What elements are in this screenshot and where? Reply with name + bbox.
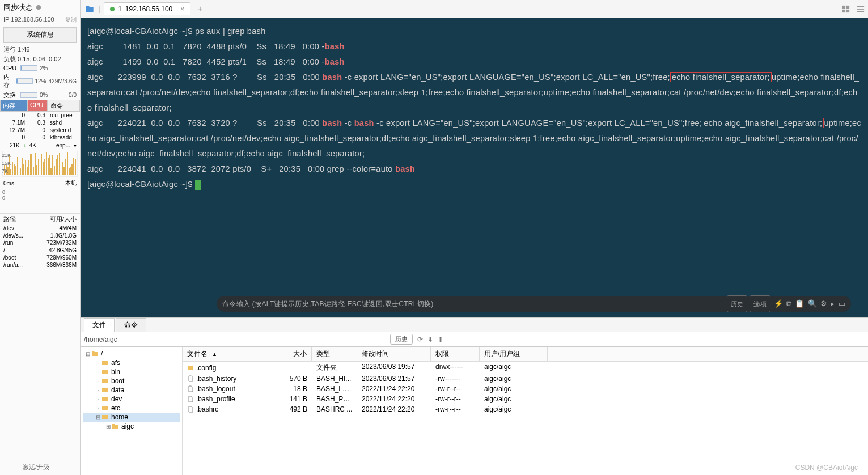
file-row[interactable]: .bashrc492 BBASHRC ...2022/11/24 22:20-r… <box>183 404 868 414</box>
tree-item[interactable]: ·bin <box>83 367 180 376</box>
svg-rect-2 <box>842 9 845 12</box>
svg-rect-6 <box>857 11 864 12</box>
list-view-icon[interactable] <box>857 5 865 13</box>
fullscreen-icon[interactable]: ▭ <box>839 296 845 311</box>
sort-asc-icon: ▲ <box>212 351 217 357</box>
file-area: ⊟/·afs·bin·boot·data·dev·etc⊟home⊞aigc 文… <box>81 347 868 475</box>
current-path[interactable]: /home/aigc <box>84 336 390 343</box>
folder-icon[interactable] <box>84 5 95 14</box>
highlight-box-2: echo aigc_finalshell_separator; <box>702 118 824 128</box>
process-row[interactable]: 7.1M0.3sshd <box>0 119 80 126</box>
disk-row[interactable]: /dev/s...1.8G/1.8G <box>0 232 80 239</box>
tab-files[interactable]: 文件 <box>84 318 115 332</box>
terminal[interactable]: [aigc@local-CBAiotAigc ~]$ ps aux | grep… <box>81 18 868 317</box>
status-dot-icon <box>110 7 115 11</box>
file-list[interactable]: 文件名▲ 大小 类型 修改时间 权限 用户/用户组 .config文件夹2023… <box>183 347 868 475</box>
tab-host[interactable]: 1 192.168.56.100 × <box>104 2 190 15</box>
runtime: 运行 1:46 <box>0 45 80 54</box>
svg-rect-0 <box>842 5 845 8</box>
paste-icon[interactable]: 📋 <box>795 296 804 311</box>
close-icon[interactable]: × <box>180 5 184 13</box>
disk-row[interactable]: /run723M/732M <box>0 239 80 247</box>
search-icon[interactable]: 🔍 <box>808 296 817 311</box>
highlight-box-1: echo finalshell_separator; <box>670 72 772 82</box>
command-input-bar[interactable]: 命令输入 (按ALT键提示历史,TAB键路径,ESC键返回,双击CTRL切换) … <box>217 296 851 312</box>
load-avg: 负载 0.15, 0.06, 0.02 <box>0 54 80 64</box>
upload-icon[interactable]: ⬆ <box>438 336 443 343</box>
options-button[interactable]: 选项 <box>750 295 770 312</box>
copy-button[interactable]: 复制 <box>65 16 77 24</box>
tree-item[interactable]: ⊟/ <box>83 349 180 358</box>
path-bar: /home/aigc 历史 ⟳ ⬇ ⬆ <box>81 332 868 347</box>
disk-row[interactable]: /boot729M/960M <box>0 254 80 261</box>
network-row: ↑21K ↓4K enp...▾ <box>0 141 80 150</box>
tree-item[interactable]: ⊞aigc <box>83 422 180 431</box>
gear-icon[interactable]: ⚙ <box>820 296 827 311</box>
tree-item[interactable]: ⊟home <box>83 413 180 422</box>
tab-commands[interactable]: 命令 <box>116 318 146 332</box>
disk-row[interactable]: /42.8G/45G <box>0 247 80 254</box>
grid-view-icon[interactable] <box>842 5 850 13</box>
folder-tree[interactable]: ⊟/·afs·bin·boot·data·dev·etc⊟home⊞aigc <box>81 347 183 475</box>
main-area: | 1 192.168.56.100 × + [aigc@local-CBAio… <box>81 0 868 475</box>
copy-icon[interactable]: ⧉ <box>786 296 791 311</box>
file-list-header: 文件名▲ 大小 类型 修改时间 权限 用户/用户组 <box>183 347 868 362</box>
svg-rect-1 <box>846 5 849 8</box>
svg-rect-5 <box>857 9 864 10</box>
tree-item[interactable]: ·data <box>83 385 180 395</box>
svg-rect-4 <box>857 6 864 7</box>
network-chart: 21K15K7K <box>2 151 78 177</box>
svg-rect-3 <box>846 9 849 12</box>
metric-row: 交换0%0/0 <box>0 90 80 100</box>
expand-icon[interactable]: ▸ <box>831 296 835 311</box>
tabbar: | 1 192.168.56.100 × + <box>81 0 868 18</box>
chevron-down-icon[interactable]: ▾ <box>74 142 77 149</box>
tree-item[interactable]: ·etc <box>83 404 180 413</box>
refresh-icon[interactable]: ⟳ <box>417 336 423 343</box>
activate-button[interactable]: 激活/升级 <box>23 463 49 472</box>
watermark: CSDN @CBAiotAigc <box>795 464 858 472</box>
metric-row: 内存12%429M/3.6G <box>0 72 80 90</box>
tree-item[interactable]: ·dev <box>83 395 180 404</box>
bolt-icon[interactable]: ⚡ <box>774 296 783 311</box>
download-icon: ↓ <box>23 142 26 149</box>
file-row[interactable]: .bash_profile141 BBASH_PR...2022/11/24 2… <box>183 394 868 404</box>
tab-label: 192.168.56.100 <box>125 5 172 13</box>
sidebar: 同步状态 IP 192.168.56.100 复制 系统信息 运行 1:46 负… <box>0 0 81 475</box>
history-button[interactable]: 历史 <box>727 295 748 312</box>
file-tabs: 文件 命令 <box>81 317 868 332</box>
process-row[interactable]: 00kthreadd <box>0 134 80 141</box>
path-history-button[interactable]: 历史 <box>390 334 413 345</box>
file-row[interactable]: .bash_logout18 BBASH_LO...2022/11/24 22:… <box>183 384 868 394</box>
process-row[interactable]: 00.3rcu_pree <box>0 112 80 119</box>
ip-value: 192.168.56.100 <box>11 16 54 23</box>
disk-row[interactable]: /run/u...366M/366M <box>0 261 80 269</box>
tree-item[interactable]: ·boot <box>83 376 180 385</box>
cursor-icon <box>195 180 201 190</box>
process-row[interactable]: 12.7M0systemd <box>0 126 80 134</box>
file-row[interactable]: .bash_history570 BBASH_HI...2023/06/03 2… <box>183 374 868 384</box>
latency-chart: 00 <box>2 189 78 212</box>
ip-row: IP 192.168.56.100 复制 <box>0 15 80 25</box>
command-placeholder: 命令输入 (按ALT键提示历史,TAB键路径,ESC键返回,双击CTRL切换) <box>222 296 725 311</box>
terminal-output: [aigc@local-CBAiotAigc ~]$ ps aux | grep… <box>87 24 861 192</box>
disk-header: 路径 可用/大小 <box>0 213 80 224</box>
system-info-button[interactable]: 系统信息 <box>3 27 77 43</box>
metric-row: CPU2% <box>0 64 80 72</box>
file-row[interactable]: .config文件夹2023/06/03 19:57drwx------aigc… <box>183 362 868 374</box>
process-header: 内存 CPU 命令 <box>0 100 80 112</box>
status-dot-icon <box>36 5 41 10</box>
upload-icon: ↑ <box>3 142 6 149</box>
disk-row[interactable]: /dev4M/4M <box>0 224 80 232</box>
sync-status: 同步状态 <box>0 0 80 15</box>
tree-item[interactable]: ·afs <box>83 358 180 367</box>
add-tab-button[interactable]: + <box>194 4 206 14</box>
sync-label: 同步状态 <box>3 2 33 12</box>
download-icon[interactable]: ⬇ <box>427 336 433 343</box>
